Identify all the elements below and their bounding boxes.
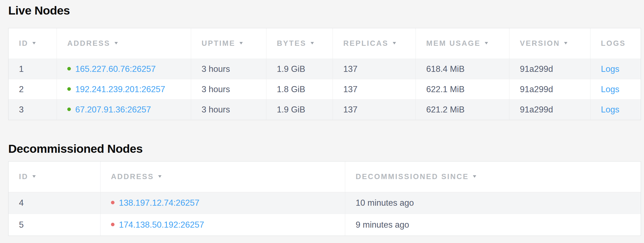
node-address-cell: 67.207.91.36:26257 [57,100,191,120]
sort-arrow-icon [564,42,567,44]
live-nodes-table: ID ADDRESS UPTIME BYTES REPLICAS MEM USA… [8,28,641,120]
logs-link[interactable]: Logs [601,105,619,114]
sort-arrow-icon [473,175,476,178]
column-header-decommissioned-since[interactable]: DECOMMISSIONED SINCE [345,162,641,192]
column-header-mem-usage[interactable]: MEM USAGE [416,28,509,59]
node-address-cell: 138.197.12.74:26257 [101,192,345,214]
column-header-id[interactable]: ID [9,28,57,59]
live-status-icon [67,87,71,91]
column-header-address[interactable]: ADDRESS [101,162,345,192]
decommissioned-nodes-table: ID ADDRESS DECOMMISSIONED SINCE 4 138.19… [8,161,641,236]
node-address-link[interactable]: 174.138.50.192:26257 [119,220,204,230]
node-address-link[interactable]: 192.241.239.201:26257 [75,84,165,94]
sort-arrow-icon [32,42,36,44]
column-header-version[interactable]: VERSION [509,28,590,59]
table-row: 4 138.197.12.74:26257 10 minutes ago [9,192,641,214]
node-replicas-cell: 137 [333,100,416,120]
node-address-link[interactable]: 67.207.91.36:26257 [75,105,151,114]
node-version-cell: 91a299d [509,100,590,120]
live-status-icon [67,67,71,70]
header-row: ID ADDRESS UPTIME BYTES REPLICAS MEM USA… [9,28,641,59]
table-row: 1 165.227.60.76:26257 3 hours 1.9 GiB 13… [9,59,641,79]
node-address-cell: 174.138.50.192:26257 [101,214,345,236]
node-logs-cell: Logs [590,59,641,79]
decommissioned-nodes-title: Decommissioned Nodes [8,142,640,156]
node-bytes-cell: 1.9 GiB [266,59,333,79]
live-status-icon [67,108,71,111]
node-uptime-cell: 3 hours [191,59,266,79]
decommissioned-since-cell: 9 minutes ago [345,214,641,236]
column-header-address[interactable]: ADDRESS [57,28,191,59]
node-version-cell: 91a299d [509,59,590,79]
node-address-cell: 165.227.60.76:26257 [57,59,191,79]
node-logs-cell: Logs [590,100,641,120]
node-uptime-cell: 3 hours [191,79,266,100]
node-uptime-cell: 3 hours [191,100,266,120]
decommissioned-status-icon [111,201,115,204]
column-header-replicas[interactable]: REPLICAS [333,28,416,59]
sort-arrow-icon [158,175,161,178]
node-id-cell: 1 [9,59,57,79]
decommissioned-status-icon [111,223,115,226]
live-nodes-title: Live Nodes [8,3,640,18]
sort-arrow-icon [311,42,314,44]
column-header-bytes[interactable]: BYTES [266,28,333,59]
node-logs-cell: Logs [590,79,641,100]
decommissioned-since-cell: 10 minutes ago [345,192,641,214]
table-row: 2 192.241.239.201:26257 3 hours 1.8 GiB … [9,79,641,100]
node-mem-usage-cell: 618.4 MiB [416,59,509,79]
sort-arrow-icon [115,42,118,44]
node-bytes-cell: 1.8 GiB [266,79,333,100]
sort-arrow-icon [393,42,396,44]
column-header-logs: LOGS [590,28,641,59]
header-row: ID ADDRESS DECOMMISSIONED SINCE [9,162,641,192]
node-version-cell: 91a299d [509,79,590,100]
logs-link[interactable]: Logs [601,64,619,74]
sort-arrow-icon [32,175,36,178]
sort-arrow-icon [239,42,243,44]
sort-arrow-icon [485,42,488,44]
node-replicas-cell: 137 [333,79,416,100]
cluster-nodes-page: Live Nodes ID ADDRESS UPTIME BYTES REPLI… [0,0,644,236]
node-mem-usage-cell: 622.1 MiB [416,79,509,100]
node-id-cell: 3 [9,100,57,120]
node-address-cell: 192.241.239.201:26257 [57,79,191,100]
column-header-id[interactable]: ID [9,162,101,192]
column-header-uptime[interactable]: UPTIME [191,28,266,59]
node-address-link[interactable]: 165.227.60.76:26257 [75,64,156,74]
table-row: 3 67.207.91.36:26257 3 hours 1.9 GiB 137… [9,100,641,120]
node-mem-usage-cell: 621.2 MiB [416,100,509,120]
node-replicas-cell: 137 [333,59,416,79]
node-address-link[interactable]: 138.197.12.74:26257 [119,198,199,208]
node-bytes-cell: 1.9 GiB [266,100,333,120]
table-row: 5 174.138.50.192:26257 9 minutes ago [9,214,641,236]
node-id-cell: 5 [9,214,101,236]
node-id-cell: 4 [9,192,101,214]
logs-link[interactable]: Logs [601,84,619,94]
node-id-cell: 2 [9,79,57,100]
